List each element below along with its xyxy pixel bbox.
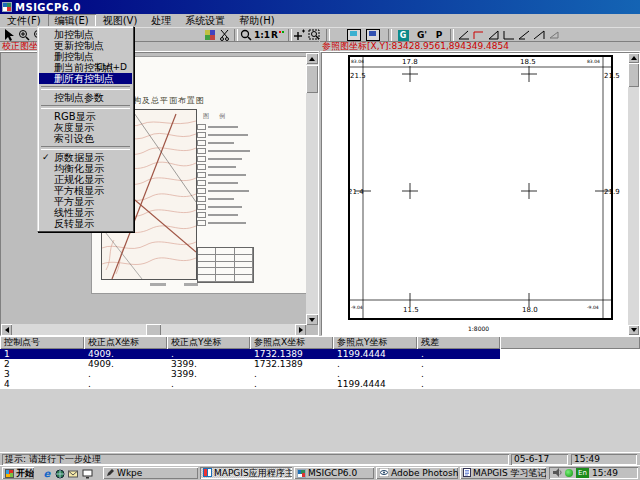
scroll-down-button[interactable] (306, 314, 318, 325)
header-correction-y[interactable]: 校正点Y坐标 (167, 336, 250, 349)
transform-type-4-icon[interactable] (502, 29, 516, 41)
frame-label: 18.0 (522, 306, 538, 314)
actual-size-button[interactable]: 1:1 (254, 29, 270, 41)
transform-type-6-icon[interactable] (532, 29, 546, 41)
speaker-icon[interactable] (553, 468, 562, 479)
cut-icon[interactable] (217, 29, 231, 41)
menu-help[interactable]: 帮助(H) (232, 14, 281, 27)
app-icon (2, 2, 12, 12)
frame-corner-label: -9.04 (587, 305, 599, 310)
scroll-left-button[interactable] (1, 324, 12, 336)
menu-item-original-data-display[interactable]: ✓原数据显示 (39, 152, 132, 163)
task-button-mapgis-main-menu[interactable]: MAPGIS应用程序主菜单 (200, 467, 292, 479)
horizontal-scroll-thumb[interactable] (146, 324, 161, 336)
status-ball-icon[interactable] (565, 469, 573, 477)
toolbar-separator (326, 29, 330, 41)
transform-type-2-icon[interactable] (472, 29, 486, 41)
g-prime-button[interactable]: G' (415, 29, 429, 41)
frame-label: 21.4 (348, 188, 364, 196)
ime-indicator[interactable]: En (576, 468, 589, 478)
header-reference-x[interactable]: 参照点X坐标 (250, 336, 333, 349)
zoom-window-icon[interactable] (307, 29, 321, 41)
transform-type-7-icon[interactable] (547, 29, 561, 41)
scroll-up-button[interactable] (306, 53, 318, 64)
globe-quicklaunch-icon[interactable] (54, 468, 66, 479)
menu-item-indexed-color[interactable]: 索引设色 (39, 133, 132, 144)
menu-item-update-control-point[interactable]: 更新控制点 (39, 40, 132, 51)
legend-item (197, 171, 255, 179)
rgb-channels-button[interactable]: R (271, 29, 285, 41)
menu-item-delete-all-control-points[interactable]: 删所有控制点 (39, 73, 132, 84)
header-reference-y[interactable]: 参照点Y坐标 (333, 336, 417, 349)
menu-item-normalized-display[interactable]: 正规化显示 (39, 174, 132, 185)
vertical-scroll-thumb[interactable] (628, 63, 639, 87)
legend-item (197, 219, 255, 227)
zoom-in-icon[interactable] (17, 29, 31, 41)
menu-item-square-display[interactable]: 平方显示 (39, 196, 132, 207)
header-control-point-id[interactable]: 控制点号 (0, 336, 84, 349)
sheet-footnote-mark (150, 283, 166, 286)
vertical-scroll-thumb[interactable] (306, 65, 318, 93)
tray-clock[interactable]: 15:49 (592, 468, 618, 478)
scroll-up-button[interactable] (628, 53, 639, 63)
reference-map-panel[interactable]: 17.8 18.5 21.5 21.5 21.4 21.9 11.5 18.0 … (321, 52, 640, 336)
menu-item-square-root-display[interactable]: 平方根显示 (39, 185, 132, 196)
menu-item-equalized-display[interactable]: 均衡化显示 (39, 163, 132, 174)
table-row[interactable]: 4...1199.4444. (0, 379, 640, 389)
header-residual[interactable]: 残差 (417, 336, 500, 349)
menu-item-rgb-display[interactable]: RGB显示 (39, 111, 132, 122)
select-arrow-icon[interactable] (2, 29, 16, 41)
pen-icon (106, 468, 115, 479)
start-label: 开始 (16, 467, 34, 479)
map-legend: 图 例 (197, 112, 255, 227)
photoshop-eye-icon (379, 468, 389, 479)
map-frame-inner (350, 57, 611, 318)
reference-coordinate-label: 参照图坐标[X,Y]:83428.9561,894349.4854 (320, 41, 509, 51)
start-button[interactable]: 开始 (2, 467, 34, 479)
add-control-point-icon[interactable] (292, 29, 306, 41)
menu-system-settings[interactable]: 系统设置 (178, 14, 232, 27)
right-panel-vertical-scrollbar[interactable] (628, 53, 639, 335)
table-row[interactable]: 24909.3399.1732.1389.. (0, 359, 640, 369)
legend-item (197, 179, 255, 187)
display-left-icon[interactable] (347, 29, 361, 41)
ie-quicklaunch-icon[interactable]: e (41, 468, 53, 479)
magnify-icon[interactable] (239, 29, 253, 41)
legend-item (197, 131, 255, 139)
task-button-wkpe[interactable]: Wkpe (103, 467, 198, 479)
left-panel-vertical-scrollbar[interactable] (306, 53, 318, 325)
map-frame-outer (349, 56, 612, 319)
frame-corner-label: 83.04 (587, 59, 600, 64)
task-button-msigcp[interactable]: MSIGCP6.0 (294, 467, 374, 479)
scroll-down-button[interactable] (628, 325, 639, 335)
menu-item-inverse-display[interactable]: 反转显示 (39, 218, 132, 229)
grid-mode-icon[interactable]: G (396, 29, 410, 41)
menu-process[interactable]: 处理 (144, 14, 178, 27)
menu-separator (41, 105, 130, 109)
show-desktop-icon[interactable] (81, 468, 93, 479)
menu-item-delete-control-point[interactable]: 删控制点 (39, 51, 132, 62)
menu-item-control-point-parameters[interactable]: 控制点参数 (39, 92, 132, 103)
status-message: 提示: 请进行下一步处理 (2, 454, 509, 465)
table-row[interactable]: 14909..1732.13891199.4444. (0, 349, 640, 359)
transform-type-3-icon[interactable] (487, 29, 501, 41)
image-display-icon[interactable] (203, 29, 217, 41)
transform-type-1-icon[interactable] (457, 29, 471, 41)
menu-item-grayscale-display[interactable]: 灰度显示 (39, 122, 132, 133)
menu-item-add-control-point[interactable]: 加控制点 (39, 29, 132, 40)
point-mode-button[interactable]: P (432, 29, 446, 41)
reference-map-frame: 17.8 18.5 21.5 21.5 21.4 21.9 11.5 18.0 … (322, 53, 629, 335)
menu-item-linear-display[interactable]: 线性显示 (39, 207, 132, 218)
scroll-right-button[interactable] (295, 324, 306, 336)
windows-flag-icon (5, 469, 14, 478)
left-panel-horizontal-scrollbar[interactable] (1, 324, 306, 336)
display-right-icon[interactable] (366, 29, 380, 41)
table-row[interactable]: 3.3399.... (0, 369, 640, 379)
application-window: MSIGCP6.0 文件(F) 编辑(E) 视图(V) 处理 系统设置 帮助(H… (0, 0, 640, 480)
transform-type-5-icon[interactable] (517, 29, 531, 41)
task-button-photoshop[interactable]: Adobe Photoshop (376, 467, 458, 479)
header-correction-x[interactable]: 校正点X坐标 (84, 336, 167, 349)
mail-quicklaunch-icon[interactable] (67, 468, 79, 479)
menu-item-delete-current-control-point[interactable]: 删当前控制点Ctrl+D (39, 62, 132, 73)
task-button-mapgis-notes[interactable]: MAPGIS 学习笔记 -... (460, 467, 546, 479)
